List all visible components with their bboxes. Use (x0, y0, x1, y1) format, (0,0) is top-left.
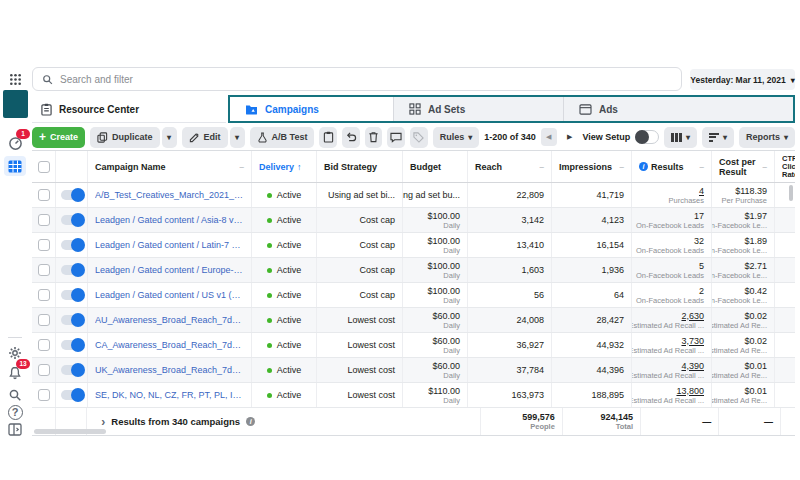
campaign-active-toggle[interactable] (61, 365, 83, 375)
budget-sub-label: Daily (443, 296, 460, 305)
results-value[interactable]: 13,800 (676, 386, 704, 396)
help-icon[interactable]: ? (6, 403, 24, 421)
campaign-active-toggle[interactable] (61, 190, 83, 200)
trash-icon[interactable] (365, 127, 383, 148)
cost-value: $0.42 (744, 286, 767, 296)
footer-summary[interactable]: Results from 340 campaigns (87, 408, 480, 435)
campaign-name-link[interactable]: Leadgen / Gated content / Asia-8 v1 (AL) (95, 215, 244, 225)
rules-button[interactable]: Rules (433, 127, 480, 148)
column-ctr[interactable]: CTRClickRate (775, 151, 795, 182)
campaign-name-cell: CA_Awareness_Broad_Reach_7days (88, 333, 252, 357)
column-results[interactable]: Results– (632, 151, 712, 182)
bid-strategy-cell: Cost cap (317, 208, 403, 232)
campaign-name-link[interactable]: CA_Awareness_Broad_Reach_7days (95, 340, 244, 350)
campaign-active-toggle[interactable] (61, 315, 83, 325)
breakdown-button[interactable] (702, 127, 734, 148)
column-cost-per-result[interactable]: Cost per Result– (712, 151, 775, 182)
active-status-dot (267, 393, 272, 398)
date-range-picker[interactable]: Yesterday: Mar 11, 2021 (690, 69, 795, 90)
search-input[interactable]: Search and filter (32, 67, 682, 91)
business-logo[interactable] (3, 90, 28, 118)
campaign-active-toggle[interactable] (61, 240, 83, 250)
campaign-name-link[interactable]: Leadgen / Gated content / Europe-25 v1 (… (95, 265, 244, 275)
cost-sub-label: Per On-Facebook Le... (712, 296, 767, 305)
campaign-name-link[interactable]: Leadgen / Gated content / Latin-7 v1 (AL… (95, 240, 244, 250)
campaign-name-link[interactable]: AU_Awareness_Broad_Reach_7days (95, 315, 244, 325)
row-checkbox[interactable] (38, 214, 50, 226)
create-button[interactable]: Create (32, 127, 85, 148)
column-budget[interactable]: Budget (403, 151, 468, 182)
row-checkbox[interactable] (38, 264, 50, 276)
duplicate-menu-button[interactable] (162, 127, 177, 148)
campaign-active-toggle[interactable] (61, 340, 83, 350)
row-checkbox[interactable] (38, 339, 50, 351)
campaign-active-toggle[interactable] (61, 265, 83, 275)
column-bid-strategy[interactable]: Bid Strategy (317, 151, 403, 182)
horizontal-scrollbar-thumb[interactable] (34, 429, 106, 434)
results-value[interactable]: 4 (699, 186, 704, 196)
campaign-active-toggle[interactable] (61, 215, 83, 225)
results-value[interactable]: 4,390 (681, 361, 704, 371)
active-status-dot (267, 343, 272, 348)
column-campaign-name[interactable]: Campaign Name– (88, 151, 252, 182)
campaign-active-toggle[interactable] (61, 390, 83, 400)
edit-button[interactable]: Edit (182, 127, 228, 148)
next-page-button[interactable] (562, 128, 578, 146)
row-checkbox[interactable] (38, 239, 50, 251)
impressions-cell: 188,895 (552, 383, 632, 407)
apps-grid-icon[interactable] (6, 70, 24, 88)
collapse-panel-icon[interactable] (6, 420, 24, 438)
delivery-cell: Active (252, 333, 317, 357)
reports-button[interactable]: Reports (739, 127, 795, 148)
bid-strategy-cell: Lowest cost (317, 383, 403, 407)
ctr-cell (775, 308, 795, 332)
reach-cell: 24,008 (468, 308, 552, 332)
duplicate-button[interactable]: Duplicate (90, 127, 160, 148)
undo-icon[interactable] (342, 127, 360, 148)
tag-icon[interactable] (410, 127, 428, 148)
search-nav-icon[interactable] (6, 386, 24, 404)
cost-per-result-cell: $2.71Per On-Facebook Le... (712, 258, 775, 282)
results-value[interactable]: 3,730 (681, 336, 704, 346)
results-value[interactable]: 2,630 (681, 311, 704, 321)
campaigns-nav-icon[interactable] (4, 156, 26, 176)
edit-menu-button[interactable] (230, 127, 245, 148)
row-checkbox[interactable] (38, 364, 50, 376)
tab-ad-sets[interactable]: Ad Sets (394, 97, 564, 121)
results-cell: 5On-Facebook Leads (632, 258, 712, 282)
delivery-status: Active (277, 190, 302, 200)
row-checkbox[interactable] (38, 189, 50, 201)
campaign-active-toggle[interactable] (61, 290, 83, 300)
row-toggle-cell (56, 333, 88, 357)
chevron-down-icon (468, 132, 472, 142)
ab-test-button[interactable]: A/B Test (250, 127, 315, 148)
row-checkbox[interactable] (38, 289, 50, 301)
vertical-scrollbar-thumb[interactable] (789, 185, 793, 201)
campaign-name-link[interactable]: UK_Awareness_Broad_Reach_7days (95, 365, 244, 375)
columns-button[interactable] (664, 127, 697, 148)
column-impressions[interactable]: Impressions– (552, 151, 632, 182)
cost-per-result-cell: $1.97Per On-Facebook Le... (712, 208, 775, 232)
previous-page-button[interactable] (541, 128, 557, 146)
feedback-bubble-icon[interactable] (387, 127, 405, 148)
columns-icon (671, 133, 682, 142)
campaign-name-link[interactable]: A/B_Test_Creatives_March_2021_US_Broad_.… (95, 190, 244, 200)
row-checkbox[interactable] (38, 389, 50, 401)
row-select-cell (32, 233, 56, 257)
view-setup-toggle[interactable] (635, 130, 659, 144)
select-all-checkbox[interactable] (38, 161, 50, 173)
bid-strategy-value: Cost cap (359, 240, 395, 250)
campaign-name-link[interactable]: SE, DK, NO, NL, CZ, FR, PT, PL, IT_Aware… (95, 390, 244, 400)
column-delivery[interactable]: Delivery↑ (252, 151, 317, 182)
reach-cell: 1,603 (468, 258, 552, 282)
tab-campaigns[interactable]: Campaigns (230, 97, 394, 121)
column-reach[interactable]: Reach– (468, 151, 552, 182)
notifications-bell-icon[interactable]: 13 (6, 364, 24, 382)
clipboard-icon[interactable] (319, 127, 337, 148)
ads-manager-icon[interactable]: 1 (6, 134, 24, 152)
resource-center-button[interactable]: Resource Center (32, 96, 226, 123)
campaign-name-link[interactable]: Leadgen / Gated content / US v1 (AL) (95, 290, 244, 300)
row-checkbox[interactable] (38, 314, 50, 326)
tab-ads[interactable]: Ads (564, 97, 793, 121)
budget-sub-label: Daily (443, 371, 460, 380)
